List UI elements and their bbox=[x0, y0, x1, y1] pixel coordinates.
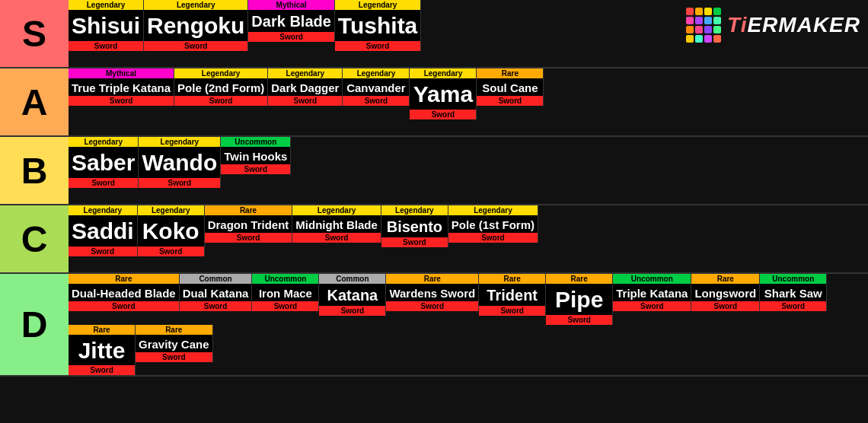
rarity-badge-top: Legendary bbox=[292, 205, 381, 215]
list-item[interactable]: UncommonIron MaceSword bbox=[252, 274, 319, 311]
item-name-label: Trident bbox=[483, 284, 541, 306]
list-item[interactable]: LegendaryYamaSword bbox=[410, 68, 477, 119]
type-badge: Sword bbox=[136, 352, 212, 362]
list-item[interactable]: LegendaryDark DaggerSword bbox=[268, 68, 343, 106]
type-badge: Sword bbox=[69, 96, 174, 106]
item-name-label: Canvander bbox=[343, 78, 409, 96]
list-item[interactable]: LegendaryShisuiSword bbox=[69, 0, 144, 51]
list-item[interactable]: LegendaryWandoSword bbox=[139, 137, 221, 188]
tier-label-A: A bbox=[0, 68, 69, 135]
list-item[interactable]: MythicalDark BladeSword bbox=[248, 0, 335, 42]
rarity-badge-top: Legendary bbox=[448, 205, 538, 215]
rarity-badge-top: Legendary bbox=[138, 205, 204, 215]
list-item[interactable]: RareWardens SwordSword bbox=[386, 274, 479, 311]
tier-items-D: RareDual-Headed BladeSwordCommonDual Kat… bbox=[69, 274, 868, 375]
list-item[interactable]: LegendarySaddiSword bbox=[69, 205, 138, 256]
list-item[interactable]: LegendaryBisentoSword bbox=[381, 205, 448, 247]
tiermaker-logo: TiERMAKER bbox=[686, 8, 860, 43]
item-name-label: Wardens Sword bbox=[386, 284, 478, 301]
item-name-label: Pole (2nd Form) bbox=[174, 78, 267, 96]
list-item[interactable]: LegendarySaberSword bbox=[69, 137, 139, 188]
type-badge: Sword bbox=[479, 306, 545, 316]
tier-label-S: S bbox=[0, 0, 69, 67]
tier-row-C: CLegendarySaddiSwordLegendaryKokoSwordRa… bbox=[0, 205, 868, 274]
list-item[interactable]: LegendaryCanvanderSword bbox=[343, 68, 410, 106]
list-item[interactable]: RareSoul CaneSword bbox=[477, 68, 544, 106]
list-item[interactable]: LegendaryMidnight BladeSword bbox=[292, 205, 381, 243]
rarity-badge-top: Legendary bbox=[69, 205, 137, 215]
rarity-badge-top: Legendary bbox=[343, 68, 409, 78]
list-item[interactable]: LegendaryTushitaSword bbox=[335, 0, 421, 51]
list-item[interactable]: CommonDual KatanaSword bbox=[180, 274, 253, 311]
item-name-label: Katana bbox=[324, 284, 381, 306]
type-badge: Sword bbox=[174, 96, 267, 106]
type-badge: Sword bbox=[69, 365, 135, 375]
list-item[interactable]: RareDragon TridentSword bbox=[205, 205, 293, 243]
rarity-badge-top: Rare bbox=[205, 205, 292, 215]
item-name-label: True Triple Katana bbox=[69, 78, 174, 96]
item-name-label: Koko bbox=[139, 215, 203, 246]
list-item[interactable]: RareGravity CaneSword bbox=[136, 325, 213, 362]
item-name-label: Dual-Headed Blade bbox=[69, 284, 179, 301]
type-badge: Sword bbox=[180, 301, 252, 311]
type-badge: Sword bbox=[335, 41, 420, 51]
type-badge: Sword bbox=[69, 246, 137, 256]
type-badge: Sword bbox=[205, 233, 292, 243]
item-name-label: Jitte bbox=[75, 335, 129, 366]
list-item[interactable]: UncommonTwin HooksSword bbox=[221, 137, 291, 174]
type-badge: Sword bbox=[139, 178, 220, 188]
rarity-badge-top: Legendary bbox=[144, 0, 247, 10]
tier-items-A: MythicalTrue Triple KatanaSwordLegendary… bbox=[69, 68, 868, 135]
rarity-badge-top: Rare bbox=[386, 274, 478, 284]
rarity-badge-top: Legendary bbox=[268, 68, 342, 78]
type-badge: Sword bbox=[477, 96, 543, 106]
rarity-badge-top: Rare bbox=[477, 68, 543, 78]
item-name-label: Iron Mace bbox=[256, 284, 315, 301]
list-item[interactable]: MythicalTrue Triple KatanaSword bbox=[69, 68, 174, 106]
type-badge: Sword bbox=[221, 164, 290, 174]
type-badge: Sword bbox=[319, 306, 385, 316]
tier-row-B: BLegendarySaberSwordLegendaryWandoSwordU… bbox=[0, 137, 868, 205]
item-name-label: Shisui bbox=[69, 10, 143, 41]
list-item[interactable]: LegendaryKokoSword bbox=[138, 205, 205, 256]
item-name-label: Saddi bbox=[69, 215, 137, 246]
rarity-badge-top: Legendary bbox=[381, 205, 448, 215]
item-name-label: Bisento bbox=[384, 215, 445, 237]
item-name-label: Dark Dagger bbox=[268, 78, 342, 96]
rarity-badge-top: Rare bbox=[479, 274, 545, 284]
type-badge: Sword bbox=[292, 233, 381, 243]
rarity-badge-top: Rare bbox=[136, 325, 212, 335]
list-item[interactable]: CommonKatanaSword bbox=[319, 274, 386, 316]
item-name-label: Triple Katana bbox=[613, 284, 691, 301]
item-name-label: Rengoku bbox=[144, 10, 247, 41]
type-badge: Sword bbox=[69, 178, 138, 188]
list-item[interactable]: UncommonTriple KatanaSword bbox=[613, 274, 691, 311]
list-item[interactable]: RarePipeSword bbox=[546, 274, 613, 325]
rarity-badge-top: Mythical bbox=[69, 68, 174, 78]
item-name-label: Pipe bbox=[552, 284, 606, 315]
list-item[interactable]: RareTridentSword bbox=[479, 274, 546, 316]
item-name-label: Tushita bbox=[335, 10, 420, 41]
list-item[interactable]: UncommonShark SawSword bbox=[760, 274, 827, 311]
item-name-label: Dragon Trident bbox=[205, 215, 292, 233]
rarity-badge-top: Uncommon bbox=[613, 274, 691, 284]
list-item[interactable]: RareJitteSword bbox=[69, 325, 136, 376]
rarity-badge-top: Legendary bbox=[139, 137, 220, 147]
rarity-badge-top: Uncommon bbox=[221, 137, 290, 147]
tier-items-B: LegendarySaberSwordLegendaryWandoSwordUn… bbox=[69, 137, 868, 204]
rarity-badge-top: Common bbox=[180, 274, 252, 284]
rarity-badge-top: Legendary bbox=[69, 0, 143, 10]
list-item[interactable]: LegendaryPole (2nd Form)Sword bbox=[174, 68, 268, 106]
rarity-badge-top: Legendary bbox=[69, 137, 138, 147]
rarity-badge-top: Uncommon bbox=[252, 274, 318, 284]
type-badge: Sword bbox=[546, 315, 612, 325]
rarity-badge-top: Common bbox=[319, 274, 385, 284]
list-item[interactable]: LegendaryPole (1st Form)Sword bbox=[448, 205, 538, 243]
list-item[interactable]: LegendaryRengokuSword bbox=[144, 0, 248, 51]
list-item[interactable]: RareDual-Headed BladeSword bbox=[69, 274, 180, 311]
item-name-label: Twin Hooks bbox=[221, 147, 290, 164]
item-name-label: Shark Saw bbox=[761, 284, 825, 301]
type-badge: Sword bbox=[248, 32, 334, 42]
item-name-label: Dual Katana bbox=[180, 284, 252, 301]
list-item[interactable]: RareLongswordSword bbox=[691, 274, 760, 311]
